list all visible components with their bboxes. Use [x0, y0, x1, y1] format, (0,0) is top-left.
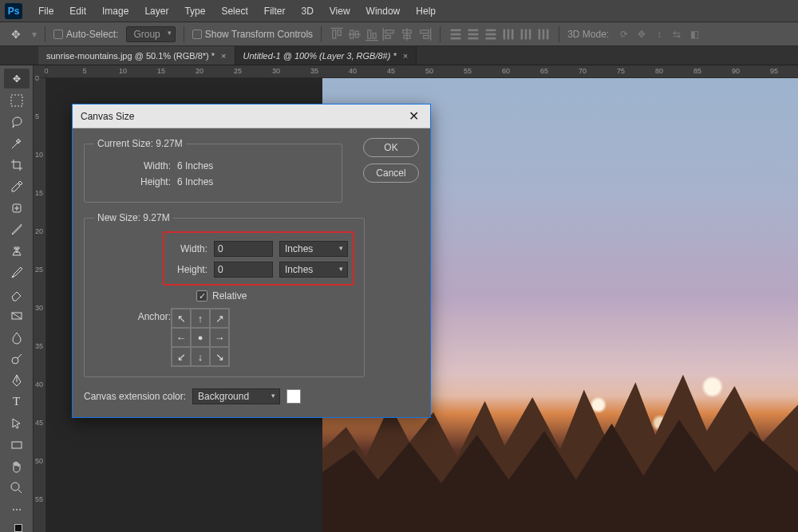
blur-tool[interactable]	[4, 327, 30, 347]
anchor-selector[interactable]: ↖ ↑ ↗ ← ● → ↙ ↓ ↘	[171, 308, 230, 367]
current-width-label: Width:	[94, 160, 171, 171]
ruler-tick: 60	[502, 67, 510, 75]
ruler-tick: 20	[35, 227, 43, 235]
anchor-s[interactable]: ↓	[191, 347, 210, 366]
new-height-unit-dropdown[interactable]: Inches	[279, 262, 348, 278]
ruler-tick: 35	[310, 67, 318, 75]
pen-tool[interactable]	[4, 370, 30, 390]
svg-rect-11	[512, 29, 514, 39]
close-icon[interactable]: ×	[221, 51, 226, 61]
anchor-nw[interactable]: ↖	[172, 309, 191, 328]
menu-window[interactable]: Window	[358, 0, 409, 22]
brush-tool[interactable]	[4, 219, 30, 239]
distribute-left-icon[interactable]	[501, 27, 516, 41]
svg-rect-8	[486, 37, 496, 39]
ruler-vertical[interactable]: 0510152025303540455055	[34, 78, 46, 532]
align-bottom-icon[interactable]	[365, 27, 379, 41]
align-top-icon[interactable]	[330, 27, 344, 41]
doc-tab-2[interactable]: Untitled-1 @ 100% (Layer 3, RGB/8#) * ×	[235, 46, 417, 65]
clone-stamp-tool[interactable]	[4, 241, 30, 261]
align-left-icon[interactable]	[382, 27, 397, 41]
align-group-1	[330, 27, 432, 41]
anchor-e[interactable]: →	[210, 328, 229, 347]
move-tool[interactable]: ✥	[4, 69, 30, 89]
anchor-center[interactable]: ●	[191, 328, 210, 347]
eraser-tool[interactable]	[4, 284, 30, 304]
new-height-input[interactable]	[214, 262, 273, 278]
distribute-hcenter-icon[interactable]	[519, 27, 533, 41]
3d-orbit-icon[interactable]: ⟳	[617, 27, 631, 41]
new-width-input[interactable]	[214, 241, 273, 257]
healing-brush-tool[interactable]	[4, 198, 30, 218]
menu-view[interactable]: View	[322, 0, 358, 22]
lasso-tool[interactable]	[4, 112, 30, 132]
3d-camera-icon[interactable]: ◧	[687, 27, 701, 41]
dialog-titlebar[interactable]: Canvas Size ✕	[73, 104, 430, 128]
relative-checkbox[interactable]: ✓	[196, 290, 207, 301]
ok-button[interactable]: OK	[363, 138, 419, 157]
3d-pan-icon[interactable]: ✥	[634, 27, 649, 41]
align-right-icon[interactable]	[417, 27, 432, 41]
options-bar: ✥ ▾ Auto-Select: Group Show Transform Co…	[0, 22, 798, 46]
cancel-button[interactable]: Cancel	[363, 164, 419, 183]
dialog-title: Canvas Size	[81, 111, 134, 122]
type-tool[interactable]: T	[4, 392, 30, 412]
dodge-tool[interactable]	[4, 349, 30, 368]
ruler-tick: 0	[44, 67, 48, 75]
distribute-right-icon[interactable]	[536, 27, 551, 41]
ruler-tick: 90	[732, 67, 740, 75]
menu-file[interactable]: File	[30, 0, 61, 22]
crop-tool[interactable]	[4, 155, 30, 175]
ext-color-dropdown[interactable]: Background	[192, 388, 280, 404]
anchor-se[interactable]: ↘	[210, 347, 229, 366]
ruler-tick: 10	[119, 67, 127, 75]
menu-3d[interactable]: 3D	[293, 0, 321, 22]
eyedropper-tool[interactable]	[4, 176, 30, 196]
marquee-tool[interactable]	[4, 90, 30, 110]
menu-help[interactable]: Help	[408, 0, 444, 22]
menu-select[interactable]: Select	[213, 0, 255, 22]
gradient-tool[interactable]	[4, 305, 30, 325]
current-width-value: 6 Inches	[177, 160, 213, 171]
distribute-vcenter-icon[interactable]	[466, 27, 480, 41]
menu-layer[interactable]: Layer	[136, 0, 176, 22]
distribute-bottom-icon[interactable]	[484, 27, 498, 41]
ruler-tick: 45	[35, 419, 43, 427]
svg-rect-23	[12, 442, 22, 448]
3d-dolly-icon[interactable]: ↕	[652, 27, 666, 41]
ruler-tick: 50	[35, 457, 43, 465]
anchor-ne[interactable]: ↗	[210, 309, 229, 328]
new-width-unit-dropdown[interactable]: Inches	[279, 241, 348, 257]
align-hcenter-icon[interactable]	[400, 27, 414, 41]
path-select-tool[interactable]	[4, 413, 30, 433]
menu-image[interactable]: Image	[94, 0, 136, 22]
3d-slide-icon[interactable]: ⇆	[670, 27, 684, 41]
close-icon[interactable]: ✕	[405, 110, 422, 123]
doc-tab-label: Untitled-1 @ 100% (Layer 3, RGB/8#) *	[243, 51, 397, 61]
auto-select-checkbox[interactable]: Auto-Select:	[53, 29, 118, 40]
show-transform-checkbox[interactable]: Show Transform Controls	[192, 29, 313, 40]
menu-edit[interactable]: Edit	[61, 0, 94, 22]
foreground-swatch[interactable]	[14, 524, 22, 532]
move-tool-icon: ✥	[8, 26, 24, 42]
auto-select-mode-dropdown[interactable]: Group	[126, 26, 175, 42]
history-brush-tool[interactable]	[4, 262, 30, 282]
ruler-tick: 55	[464, 67, 472, 75]
doc-tab-1[interactable]: sunrise-mountains.jpg @ 50.1% (RGB/8*) *…	[38, 46, 235, 65]
anchor-w[interactable]: ←	[172, 328, 191, 347]
3d-mode-label: 3D Mode:	[567, 29, 609, 40]
menu-filter[interactable]: Filter	[256, 0, 294, 22]
zoom-tool[interactable]	[4, 478, 30, 498]
ext-color-swatch[interactable]	[286, 389, 301, 404]
more-tools-icon[interactable]: ⋯	[4, 499, 30, 519]
distribute-top-icon[interactable]	[448, 27, 463, 41]
hand-tool[interactable]	[4, 456, 30, 476]
ruler-horizontal[interactable]: 05101520253035404550556065707580859095	[46, 65, 798, 78]
align-vcenter-icon[interactable]	[347, 27, 361, 41]
anchor-sw[interactable]: ↙	[172, 347, 191, 366]
rectangle-tool[interactable]	[4, 435, 30, 455]
magic-wand-tool[interactable]	[4, 133, 30, 153]
anchor-n[interactable]: ↑	[191, 309, 210, 328]
menu-type[interactable]: Type	[176, 0, 213, 22]
close-icon[interactable]: ×	[403, 51, 408, 61]
